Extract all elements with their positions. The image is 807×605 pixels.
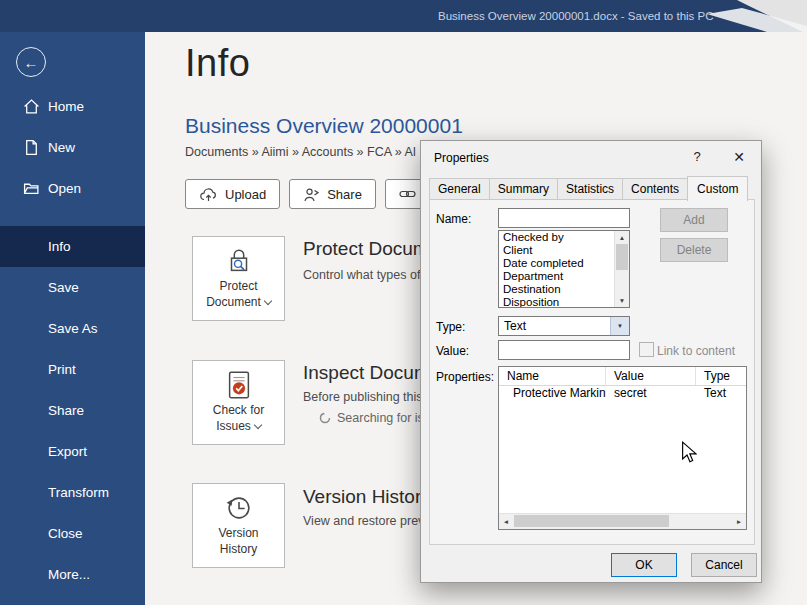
- add-button[interactable]: Add: [660, 208, 728, 232]
- mouse-cursor: [681, 441, 697, 463]
- dropdown-arrow-icon[interactable]: ▼: [610, 317, 629, 335]
- upload-button[interactable]: Upload: [185, 179, 280, 209]
- new-document-icon: [23, 139, 40, 156]
- table-row[interactable]: Protective Marking secret Text: [499, 385, 746, 401]
- scroll-left-arrow-icon[interactable]: ◄: [499, 514, 513, 528]
- link-icon: [399, 188, 416, 200]
- column-header-type[interactable]: Type: [696, 367, 746, 385]
- label-line-1: Check for: [213, 403, 264, 417]
- sidebar-item-label: Info: [48, 239, 71, 254]
- sidebar-item-print[interactable]: Print: [0, 349, 145, 390]
- link-to-content-checkbox[interactable]: [639, 342, 654, 357]
- lock-magnifier-icon: [224, 246, 254, 276]
- list-item[interactable]: Department: [499, 270, 615, 283]
- dialog-title: Properties: [434, 151, 489, 165]
- column-header-value[interactable]: Value: [606, 367, 696, 385]
- custom-tab-panel: Name: Add Delete Checked by Client Date …: [429, 199, 755, 545]
- tab-contents[interactable]: Contents: [622, 178, 688, 200]
- listbox-items: Checked by Client Date completed Departm…: [499, 231, 615, 307]
- scrollbar-thumb[interactable]: [514, 515, 669, 527]
- version-history-heading: Version History: [303, 486, 431, 508]
- properties-field-label: Properties:: [436, 370, 494, 384]
- label-line-1: Version: [218, 526, 258, 540]
- chevron-down-icon: [254, 420, 262, 428]
- label-line-2: History: [220, 542, 257, 556]
- list-item[interactable]: Destination: [499, 283, 615, 296]
- sidebar-item-label: New: [48, 140, 75, 155]
- close-icon: ✕: [733, 149, 745, 165]
- column-header-name[interactable]: Name: [499, 367, 606, 385]
- property-name-listbox: Checked by Client Date completed Departm…: [498, 230, 630, 308]
- sidebar-item-label: Export: [48, 444, 87, 459]
- list-item[interactable]: Disposition: [499, 296, 615, 307]
- value-input[interactable]: [498, 340, 630, 360]
- home-icon: [23, 98, 40, 115]
- sidebar-item-more[interactable]: More...: [0, 554, 145, 595]
- sidebar-item-home[interactable]: Home: [0, 86, 145, 127]
- sidebar-item-close[interactable]: Close: [0, 513, 145, 554]
- sidebar-item-share[interactable]: Share: [0, 390, 145, 431]
- backstage-sidebar: ← Home New Open Info Save Save As Print …: [0, 32, 145, 605]
- type-dropdown[interactable]: Text ▼: [498, 316, 630, 336]
- sidebar-item-label: Save: [48, 280, 79, 295]
- sidebar-item-info[interactable]: Info: [0, 226, 145, 267]
- scroll-right-arrow-icon[interactable]: ►: [732, 514, 746, 528]
- word-backstage-window: Business Overview 20000001.docx - Saved …: [0, 0, 807, 605]
- scroll-up-arrow-icon[interactable]: ▲: [615, 231, 629, 244]
- tab-summary[interactable]: Summary: [489, 178, 558, 200]
- name-input[interactable]: [498, 208, 630, 228]
- protect-document-label: Protect Document: [206, 279, 271, 310]
- document-title[interactable]: Business Overview 20000001: [185, 114, 463, 138]
- label-line-2: Document: [206, 295, 261, 309]
- sidebar-item-label: Open: [48, 181, 81, 196]
- version-history-button[interactable]: Version History: [192, 483, 285, 568]
- document-check-icon: [224, 370, 254, 400]
- share-button-label: Share: [327, 187, 362, 202]
- share-person-icon: [303, 187, 319, 202]
- dialog-help-button[interactable]: ?: [678, 141, 716, 172]
- sidebar-item-save[interactable]: Save: [0, 267, 145, 308]
- tab-general[interactable]: General: [429, 178, 490, 200]
- protect-document-button[interactable]: Protect Document: [192, 236, 285, 321]
- dialog-close-button[interactable]: ✕: [720, 141, 758, 172]
- share-button[interactable]: Share: [289, 179, 376, 209]
- check-for-issues-button[interactable]: Check for Issues: [192, 360, 285, 445]
- table-horizontal-scrollbar[interactable]: ◄ ►: [499, 513, 746, 529]
- tab-statistics[interactable]: Statistics: [557, 178, 623, 200]
- spinner-icon: [319, 412, 331, 424]
- list-item[interactable]: Date completed: [499, 257, 615, 270]
- delete-button[interactable]: Delete: [660, 238, 728, 262]
- cell-property-type: Text: [696, 385, 746, 401]
- ok-button[interactable]: OK: [611, 553, 677, 577]
- properties-table: Name Value Type Protective Marking secre…: [498, 366, 747, 530]
- sidebar-item-label: Print: [48, 362, 76, 377]
- sidebar-item-export[interactable]: Export: [0, 431, 145, 472]
- tab-custom[interactable]: Custom: [687, 176, 748, 201]
- cancel-button[interactable]: Cancel: [691, 553, 757, 577]
- version-history-label: Version History: [218, 526, 258, 557]
- sidebar-item-transform[interactable]: Transform: [0, 472, 145, 513]
- value-field-label: Value:: [436, 344, 469, 358]
- dialog-tab-strip: General Summary Statistics Contents Cust…: [429, 178, 747, 200]
- list-item[interactable]: Client: [499, 244, 615, 257]
- name-field-label: Name:: [436, 212, 471, 226]
- open-folder-icon: [23, 180, 40, 197]
- properties-dialog: Properties ? ✕ General Summary Statistic…: [420, 140, 762, 583]
- sidebar-item-save-as[interactable]: Save As: [0, 308, 145, 349]
- sidebar-item-label: More...: [48, 567, 90, 582]
- list-item[interactable]: Checked by: [499, 231, 615, 244]
- back-button[interactable]: ←: [16, 47, 46, 77]
- title-bar: Business Overview 20000001.docx - Saved …: [0, 0, 807, 32]
- sidebar-item-open[interactable]: Open: [0, 168, 145, 209]
- sidebar-item-label: Transform: [48, 485, 109, 500]
- sidebar-item-label: Share: [48, 403, 84, 418]
- chevron-down-icon: [264, 296, 272, 304]
- scrollbar-thumb[interactable]: [616, 244, 628, 270]
- breadcrumb[interactable]: Documents » Aiimi » Accounts » FCA » Al: [185, 145, 416, 159]
- listbox-vertical-scrollbar[interactable]: ▲ ▼: [614, 231, 629, 307]
- page-title: Info: [185, 42, 250, 85]
- label-line-1: Protect: [219, 279, 257, 293]
- scroll-down-arrow-icon[interactable]: ▼: [615, 294, 629, 307]
- sidebar-item-label: Close: [48, 526, 83, 541]
- sidebar-item-new[interactable]: New: [0, 127, 145, 168]
